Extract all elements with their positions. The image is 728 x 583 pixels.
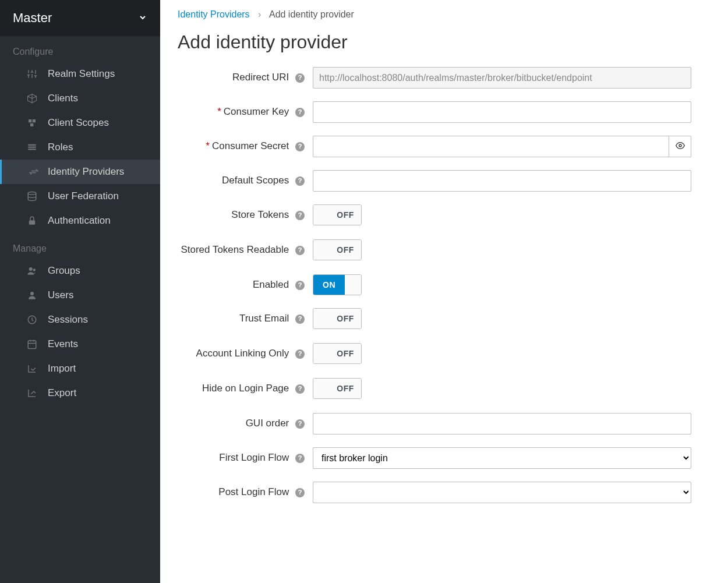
sidebar-item-label: Groups	[48, 265, 80, 277]
eye-icon	[676, 141, 685, 152]
svg-rect-3	[28, 144, 36, 146]
trust-email-label: Trust Email ?	[178, 308, 313, 326]
sidebar-item-identity-providers[interactable]: Identity Providers	[0, 160, 160, 184]
help-icon[interactable]: ?	[295, 108, 305, 117]
sidebar-item-label: Authentication	[48, 215, 111, 227]
sidebar-item-label: Realm Settings	[48, 68, 115, 80]
lock-icon	[26, 214, 38, 227]
svg-rect-5	[28, 149, 36, 150]
svg-rect-2	[30, 123, 33, 126]
first-login-flow-label: First Login Flow ?	[178, 447, 313, 465]
svg-rect-0	[29, 119, 31, 122]
default-scopes-input[interactable]	[313, 170, 691, 192]
export-icon	[26, 387, 38, 400]
sidebar-item-label: Events	[48, 338, 78, 350]
exchange-icon	[27, 165, 40, 178]
help-icon[interactable]: ?	[295, 176, 305, 186]
help-icon[interactable]: ?	[295, 419, 305, 429]
sidebar-item-authentication[interactable]: Authentication	[0, 209, 160, 233]
account-linking-only-label: Account Linking Only ?	[178, 343, 313, 361]
sidebar-item-clients[interactable]: Clients	[0, 86, 160, 111]
svg-rect-1	[33, 119, 36, 122]
consumer-key-input[interactable]	[313, 101, 691, 123]
section-header-manage: Manage	[0, 233, 160, 259]
consumer-secret-label: *Consumer Secret ?	[178, 136, 313, 153]
svg-rect-7	[29, 220, 36, 225]
sidebar-item-label: User Federation	[48, 190, 119, 202]
stored-tokens-readable-label: Stored Tokens Readable ?	[178, 239, 313, 257]
svg-point-8	[29, 267, 33, 271]
gui-order-label: GUI order ?	[178, 413, 313, 430]
hide-on-login-page-toggle[interactable]: ONOFF	[313, 378, 362, 399]
store-tokens-toggle[interactable]: ONOFF	[313, 204, 362, 225]
svg-point-6	[28, 192, 36, 195]
sidebar-item-events[interactable]: Events	[0, 332, 160, 356]
trust-email-toggle[interactable]: ONOFF	[313, 308, 362, 329]
main-content: Identity Providers › Add identity provid…	[160, 0, 728, 583]
breadcrumb-parent-link[interactable]: Identity Providers	[178, 9, 250, 19]
page-title: Add identity provider	[178, 31, 711, 53]
hide-on-login-page-label: Hide on Login Page ?	[178, 378, 313, 395]
sidebar-item-label: Sessions	[48, 314, 88, 326]
breadcrumb-current: Add identity provider	[269, 9, 354, 19]
sidebar-item-label: Identity Providers	[48, 166, 124, 178]
list-icon	[26, 141, 38, 154]
sliders-icon	[26, 68, 38, 80]
account-linking-only-toggle[interactable]: ONOFF	[313, 343, 362, 364]
help-icon[interactable]: ?	[295, 246, 305, 255]
chevron-down-icon	[138, 13, 147, 24]
consumer-key-label: *Consumer Key ?	[178, 101, 313, 119]
store-tokens-label: Store Tokens ?	[178, 204, 313, 222]
help-icon[interactable]: ?	[295, 315, 305, 324]
calendar-icon	[26, 338, 38, 351]
users-icon	[26, 264, 38, 277]
enabled-label: Enabled ?	[178, 274, 313, 292]
sidebar-item-users[interactable]: Users	[0, 283, 160, 308]
sidebar-item-roles[interactable]: Roles	[0, 135, 160, 160]
gui-order-input[interactable]	[313, 413, 691, 434]
redirect-uri-input[interactable]	[313, 67, 691, 89]
help-icon[interactable]: ?	[295, 349, 305, 359]
help-icon[interactable]: ?	[295, 454, 305, 463]
sidebar-item-import[interactable]: Import	[0, 356, 160, 381]
help-icon[interactable]: ?	[295, 142, 305, 151]
stored-tokens-readable-toggle[interactable]: ONOFF	[313, 239, 362, 260]
redirect-uri-label: Redirect URI ?	[178, 67, 313, 84]
help-icon[interactable]: ?	[295, 211, 305, 220]
sidebar-item-label: Export	[48, 387, 76, 399]
realm-name: Master	[13, 10, 52, 26]
cubes-icon	[26, 116, 38, 129]
svg-rect-12	[28, 341, 36, 349]
sidebar-item-label: Client Scopes	[48, 117, 109, 129]
default-scopes-label: Default Scopes ?	[178, 170, 313, 188]
consumer-secret-input[interactable]	[313, 136, 669, 157]
help-icon[interactable]: ?	[295, 488, 305, 497]
sidebar-item-realm-settings[interactable]: Realm Settings	[0, 62, 160, 86]
help-icon[interactable]: ?	[295, 281, 305, 290]
sidebar-item-label: Users	[48, 289, 73, 301]
svg-point-9	[33, 268, 36, 271]
post-login-flow-label: Post Login Flow ?	[178, 482, 313, 499]
svg-point-16	[679, 144, 681, 147]
post-login-flow-select[interactable]	[313, 482, 691, 503]
enabled-toggle[interactable]: ONOFF	[313, 274, 362, 295]
sidebar: Master Configure Realm Settings Clients …	[0, 0, 160, 583]
realm-selector[interactable]: Master	[0, 0, 160, 36]
reveal-password-button[interactable]	[669, 136, 691, 157]
first-login-flow-select[interactable]: first broker login	[313, 447, 691, 469]
sidebar-item-label: Import	[48, 363, 76, 374]
chevron-right-icon: ›	[258, 9, 261, 19]
clock-icon	[26, 313, 38, 326]
sidebar-item-label: Clients	[48, 93, 78, 104]
help-icon[interactable]: ?	[295, 73, 305, 83]
sidebar-item-sessions[interactable]: Sessions	[0, 308, 160, 332]
sidebar-item-client-scopes[interactable]: Client Scopes	[0, 111, 160, 135]
database-icon	[26, 190, 38, 203]
breadcrumb: Identity Providers › Add identity provid…	[178, 9, 711, 20]
sidebar-item-export[interactable]: Export	[0, 381, 160, 405]
section-header-configure: Configure	[0, 36, 160, 62]
sidebar-item-user-federation[interactable]: User Federation	[0, 184, 160, 209]
sidebar-item-groups[interactable]: Groups	[0, 259, 160, 283]
import-icon	[26, 362, 38, 375]
help-icon[interactable]: ?	[295, 384, 305, 394]
